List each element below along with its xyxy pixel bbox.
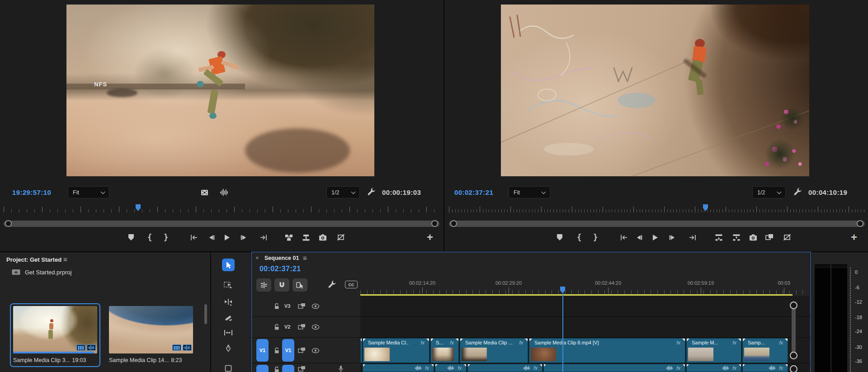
track-content-area[interactable] (360, 317, 809, 337)
timeline-playhead-line[interactable] (562, 293, 563, 372)
project-file-name[interactable]: Get Started.prproj (25, 269, 71, 276)
timeline-audio-clip[interactable]: fx (686, 364, 741, 372)
timeline-clip[interactable]: Sample Media Clip 8.mp4 [V] fx (529, 338, 685, 363)
clip-name[interactable]: Sample Media Clip 3... (13, 357, 70, 363)
timeline-audio-clip[interactable]: fx (467, 364, 542, 372)
source-ruler[interactable] (4, 202, 440, 212)
insert-button[interactable] (285, 229, 293, 245)
step-forward-button[interactable] (240, 229, 247, 245)
program-resolution-select[interactable]: 1/2 (752, 186, 786, 198)
zoom-handle-left[interactable] (5, 220, 12, 227)
timeline-clip[interactable]: Sample M... fx (686, 338, 741, 363)
lock-icon[interactable] (274, 303, 280, 311)
add-marker-button[interactable] (128, 229, 134, 245)
step-forward-button[interactable] (669, 229, 675, 245)
thumbnail-progress-bar[interactable] (13, 352, 94, 353)
project-scrollbar[interactable] (204, 304, 207, 324)
lock-icon[interactable] (274, 366, 280, 372)
comparison-view-button[interactable] (765, 229, 774, 245)
timeline-clip[interactable]: Sample Media Cl.. fx (363, 338, 429, 363)
step-back-button[interactable] (208, 229, 215, 245)
timeline-audio-clip[interactable]: fx (543, 364, 685, 372)
lock-icon[interactable] (274, 347, 280, 356)
step-back-button[interactable] (636, 229, 643, 245)
proxy-toggle-icon[interactable] (337, 229, 345, 245)
mark-out-button[interactable]: } (164, 229, 168, 245)
sync-lock-icon[interactable] (298, 347, 306, 355)
source-patch-a1[interactable]: A1 (256, 365, 269, 372)
close-tab-icon[interactable]: × (255, 254, 259, 261)
multi-camera-toggle-icon[interactable] (783, 229, 791, 245)
eye-icon[interactable] (311, 324, 320, 332)
export-frame-button[interactable] (749, 229, 757, 245)
timeline-settings-wrench-icon[interactable] (328, 280, 336, 291)
program-zoom-scrollbar[interactable] (449, 221, 865, 227)
program-timecode[interactable]: 00:02:37:21 (454, 188, 493, 196)
track-target-v1[interactable]: V1 (282, 339, 294, 362)
sync-lock-icon[interactable] (298, 324, 306, 332)
lock-icon[interactable] (274, 324, 280, 332)
source-zoom-scrollbar[interactable] (4, 221, 439, 227)
export-frame-button[interactable] (319, 229, 327, 245)
source-patch-v1[interactable]: V1 (256, 339, 269, 362)
work-area-bar[interactable] (360, 294, 793, 296)
source-timecode[interactable]: 19:29:57:10 (12, 188, 51, 196)
eye-icon[interactable] (311, 303, 320, 311)
program-video-preview[interactable] (501, 5, 809, 176)
overwrite-button[interactable] (302, 229, 310, 245)
play-button[interactable] (652, 229, 658, 245)
ripple-edit-tool[interactable] (222, 296, 235, 308)
nest-toggle-button[interactable] (256, 278, 271, 292)
clip-name[interactable]: Sample Media Clip 14... (109, 357, 169, 363)
source-zoom-select[interactable]: Fit (68, 186, 109, 198)
sync-lock-icon[interactable] (298, 366, 306, 372)
extract-button[interactable] (732, 229, 741, 245)
clip-thumbnail[interactable] (109, 306, 193, 353)
selection-tool[interactable] (222, 259, 235, 271)
program-settings-wrench-icon[interactable] (793, 188, 802, 198)
clip-thumbnail[interactable] (13, 306, 97, 353)
panel-menu-icon[interactable]: ≡ (63, 255, 67, 263)
go-to-in-button[interactable] (190, 229, 198, 245)
mark-in-button[interactable]: { (577, 229, 581, 245)
panel-menu-icon[interactable]: ≡ (303, 254, 307, 262)
timeline-audio-clip[interactable]: fx (435, 364, 467, 372)
pen-tool[interactable] (222, 342, 235, 354)
lift-button[interactable] (715, 229, 723, 245)
drag-audio-icon[interactable] (220, 189, 228, 198)
timeline-clip[interactable]: S... fx (430, 338, 459, 363)
source-resolution-select[interactable]: 1/2 (326, 186, 360, 198)
timeline-clip[interactable]: Sample Media Clip ... fx (460, 338, 528, 363)
timeline-audio-clip[interactable]: fx (742, 364, 788, 372)
program-zoom-select[interactable]: Fit (509, 186, 550, 198)
sequence-tab[interactable]: Sequence 01 (264, 255, 299, 261)
captions-button[interactable]: CC (345, 281, 358, 288)
track-content-area[interactable] (360, 296, 809, 316)
sync-lock-icon[interactable] (298, 303, 306, 311)
drag-video-icon[interactable] (201, 189, 208, 198)
rectangle-tool[interactable] (222, 362, 235, 372)
microphone-icon[interactable] (338, 365, 344, 372)
zoom-handle-left[interactable] (450, 220, 457, 227)
project-clip-card[interactable]: Sample Media Clip 14... 8:23 (106, 303, 196, 367)
timeline-clip-sliver[interactable] (360, 338, 362, 363)
mark-out-button[interactable]: } (593, 229, 598, 245)
project-clip-card[interactable]: Sample Media Clip 3... 19:03 (10, 303, 100, 367)
razor-tool[interactable] (222, 312, 235, 325)
scrollbar-handle-bottom[interactable] (790, 352, 797, 359)
timeline-vertical-scrollbar[interactable] (792, 305, 796, 356)
add-marker-button[interactable] (557, 229, 562, 245)
play-button[interactable] (224, 229, 230, 245)
button-editor-plus[interactable]: + (427, 229, 433, 245)
linked-selection-button[interactable] (292, 278, 307, 292)
track-select-forward-tool[interactable] (222, 278, 235, 291)
mark-in-button[interactable]: { (147, 229, 152, 245)
audio-scrollbar-handle[interactable] (790, 365, 797, 372)
source-settings-wrench-icon[interactable] (367, 188, 376, 198)
timeline-timecode[interactable]: 00:02:37:21 (259, 265, 301, 273)
track-target-a1[interactable]: A1 (282, 365, 294, 372)
timeline-audio-clip[interactable]: fx (363, 364, 434, 372)
go-to-out-button[interactable] (689, 229, 697, 245)
slip-tool[interactable] (222, 326, 235, 339)
source-video-preview[interactable]: NFS (66, 5, 374, 176)
